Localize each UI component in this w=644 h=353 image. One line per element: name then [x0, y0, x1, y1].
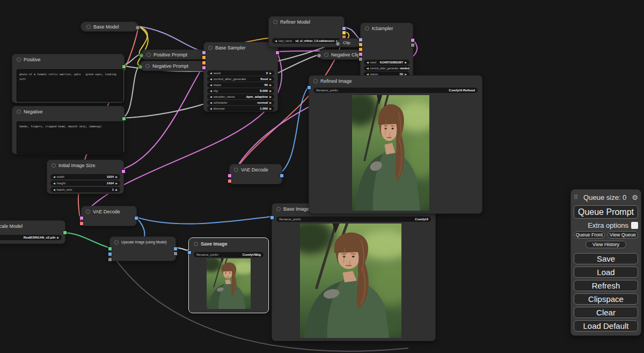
input-port-positive[interactable]	[202, 55, 206, 60]
decrement-arrow-icon[interactable]	[210, 107, 212, 110]
node-save-image[interactable]: Save Image filename_prefixComfyUIBig	[189, 238, 268, 313]
output-port-image[interactable]	[280, 174, 284, 178]
increment-arrow-icon[interactable]	[269, 72, 272, 75]
clear-button[interactable]: Clear	[574, 307, 638, 318]
collapse-dot[interactable]	[114, 240, 119, 244]
widget-batch-size[interactable]: batch_size1	[50, 187, 120, 192]
load-button[interactable]: Load	[574, 266, 638, 278]
output-port-model[interactable]	[342, 26, 346, 31]
widget-cfg[interactable]: cfg8.000	[207, 88, 274, 93]
widget-control-after-generate[interactable]: control_after_generatefixed	[207, 76, 274, 82]
clipspace-button[interactable]: Clipspace	[574, 293, 638, 305]
widget-ckpt-name[interactable]: ckpt_namesd_xl_refiner_1.0.safetensors	[272, 38, 341, 44]
output-port-latent[interactable]	[121, 169, 126, 174]
widget-filename-prefix[interactable]: filename_prefixComfyUIBig	[194, 252, 264, 257]
positive-prompt-textarea[interactable]: photo of a female celtic warrior, pale g…	[17, 69, 123, 102]
increment-arrow-icon[interactable]	[115, 176, 118, 178]
decrement-arrow-icon[interactable]	[53, 176, 55, 178]
output-port-latent[interactable]	[275, 51, 280, 55]
widget-seed[interactable]: seed0	[207, 70, 274, 76]
node-graph-canvas[interactable]: Base Model Positive photo of a female ce…	[0, 0, 644, 353]
collapse-dot[interactable]	[17, 57, 21, 62]
input-port-upscale-model[interactable]	[108, 247, 112, 251]
decrement-arrow-icon[interactable]	[367, 67, 369, 70]
input-port-model[interactable]	[358, 38, 363, 42]
collapse-dot[interactable]	[147, 53, 151, 57]
widget-scheduler[interactable]: schedulernormal	[207, 100, 274, 105]
widget-steps[interactable]: steps60	[207, 82, 274, 88]
node-base-image[interactable]: Base Image filename_prefixComfyUI	[272, 203, 436, 341]
decrement-arrow-icon[interactable]	[367, 61, 369, 64]
queue-prompt-button[interactable]: Queue Prompt	[574, 205, 638, 219]
output-port-clip[interactable]	[342, 31, 346, 35]
load-default-button[interactable]: Load Default	[574, 320, 638, 332]
gear-icon[interactable]: ⚙	[632, 193, 638, 201]
input-port-extra[interactable]	[358, 57, 363, 61]
node-positive-prompt[interactable]: Positive Prompt	[141, 49, 207, 60]
increment-arrow-icon[interactable]	[115, 182, 118, 185]
increment-arrow-icon[interactable]	[269, 96, 272, 98]
input-port-latent[interactable]	[358, 52, 363, 56]
input-port-images[interactable]	[187, 250, 192, 255]
input-port-negative[interactable]	[358, 47, 363, 52]
widget-sampler-name[interactable]: sampler_namedpm_adaptive	[207, 94, 274, 99]
collapse-dot[interactable]	[194, 242, 198, 246]
input-port-model[interactable]	[202, 51, 206, 55]
output-port-string[interactable]	[122, 64, 126, 69]
decrement-arrow-icon[interactable]	[210, 84, 212, 87]
collapse-dot[interactable]	[276, 207, 281, 211]
negative-prompt-textarea[interactable]: hands, fingers, cropped head, smooth ski…	[17, 121, 123, 154]
increment-arrow-icon[interactable]	[269, 84, 272, 87]
node-refined-image[interactable]: Refined Image filename_prefixComfyUI-Ref…	[309, 75, 482, 214]
input-port-samples[interactable]	[228, 174, 232, 178]
input-port[interactable]	[138, 64, 143, 69]
node-vae-decode-top[interactable]: VAE Decode	[229, 164, 282, 184]
input-port-images[interactable]	[270, 215, 274, 220]
increment-arrow-icon[interactable]	[269, 102, 272, 104]
collapse-dot[interactable]	[234, 168, 238, 172]
widget-denoise[interactable]: denoise1.000	[207, 106, 274, 111]
decrement-arrow-icon[interactable]	[210, 102, 212, 104]
collapse-dot[interactable]	[86, 210, 90, 214]
input-port[interactable]	[139, 53, 144, 58]
input-port[interactable]	[317, 53, 321, 58]
input-port-vae[interactable]	[79, 221, 84, 226]
decrement-arrow-icon[interactable]	[210, 72, 212, 75]
input-port-images[interactable]	[307, 85, 311, 90]
input-port-positive[interactable]	[358, 42, 363, 47]
increment-arrow-icon[interactable]	[405, 61, 407, 64]
decrement-arrow-icon[interactable]	[210, 78, 212, 81]
input-port-latent[interactable]	[202, 66, 206, 70]
input-port-image[interactable]	[108, 252, 112, 256]
decrement-arrow-icon[interactable]	[210, 90, 212, 92]
save-button[interactable]: Save	[574, 253, 638, 264]
increment-arrow-icon[interactable]	[269, 90, 272, 92]
decrement-arrow-icon[interactable]	[210, 96, 212, 98]
widget-width[interactable]: width1024	[50, 174, 120, 179]
node-negative[interactable]: Negative hands, fingers, cropped head, s…	[12, 106, 125, 154]
output-port[interactable]	[135, 25, 140, 30]
collapse-dot[interactable]	[17, 110, 21, 114]
output-port-extra[interactable]	[411, 43, 415, 47]
widget-height[interactable]: height1424	[50, 181, 120, 186]
node-clip-reroute[interactable]: Clip	[337, 38, 361, 47]
output-port-string[interactable]	[122, 117, 126, 121]
widget-control-after-generate[interactable]: control_after_generaterandomize	[364, 66, 409, 71]
output-port-latent[interactable]	[411, 38, 415, 42]
increment-arrow-icon[interactable]	[115, 189, 118, 191]
node-base-model[interactable]: Base Model	[80, 21, 138, 32]
node-load-upscale-model[interactable]: Load Upscale Model model_nameRealESRGAN_…	[0, 220, 65, 244]
input-port[interactable]	[335, 41, 340, 46]
extra-options-checkbox[interactable]	[631, 222, 638, 229]
collapse-dot[interactable]	[324, 53, 328, 57]
node-vae-decode-bottom[interactable]: VAE Decode	[81, 206, 137, 226]
node-ksampler[interactable]: KSampler seed613407102891067 control_aft…	[360, 23, 413, 82]
input-port-samples[interactable]	[79, 216, 84, 220]
widget-seed[interactable]: seed613407102891067	[364, 60, 409, 65]
collapse-dot[interactable]	[273, 20, 277, 24]
output-port-image[interactable]	[134, 216, 138, 220]
node-refiner-model[interactable]: Refiner Model ckpt_namesd_xl_refiner_1.0…	[268, 16, 345, 47]
input-port-extra[interactable]	[108, 257, 112, 262]
collapse-dot[interactable]	[208, 46, 213, 50]
decrement-arrow-icon[interactable]	[53, 182, 55, 185]
